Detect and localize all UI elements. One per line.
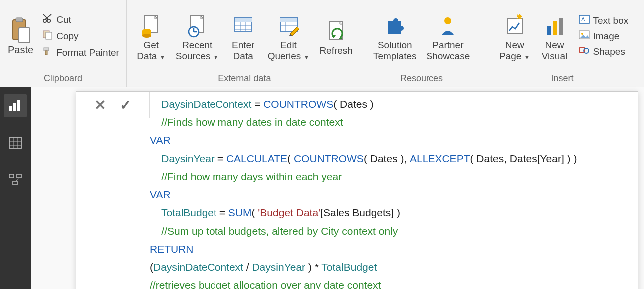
ribbon-group-resources: Solution Templates Partner Showcase Reso… [363,0,480,87]
copy-button[interactable]: Copy [40,29,121,43]
ribbon: Paste Cut Copy [0,0,644,87]
format-painter-label: Format Painter [56,47,119,58]
refresh-label: Refresh [319,45,353,56]
get-data-label: Get Data [137,40,159,61]
image-button[interactable]: Image [577,29,630,43]
ribbon-group-insert: New Page ▼ New Visual A Text box Image [480,0,644,87]
model-view-button[interactable] [4,168,27,191]
get-data-button[interactable]: Get Data ▼ [132,11,171,62]
copy-icon [42,30,53,42]
partner-showcase-label: Partner Showcase [427,40,470,62]
svg-line-58 [11,178,15,181]
svg-rect-38 [547,26,551,35]
svg-text:A: A [581,16,585,22]
edit-queries-button[interactable]: Edit Queries ▼ [263,11,315,62]
svg-rect-56 [17,174,21,178]
shapes-label: Shapes [593,46,625,57]
svg-point-32 [444,17,451,24]
chevron-down-icon: ▼ [524,54,530,61]
formula-editor[interactable]: DaysinDateContext = COUNTROWS( Dates ) /… [150,92,638,289]
enter-data-icon [231,14,255,38]
cut-label: Cut [56,14,71,25]
svg-rect-39 [553,21,557,35]
solution-templates-label: Solution Templates [373,40,417,62]
new-page-icon [503,14,527,38]
ribbon-group-external-data: Get Data ▼ Recent Sources ▼ Enter Data E… [126,0,363,87]
svg-rect-47 [9,106,12,111]
svg-rect-55 [9,174,14,178]
get-data-icon [139,14,163,38]
edit-queries-label: Edit Queries [268,40,301,61]
paintbrush-icon [42,46,53,59]
svg-point-44 [581,33,583,35]
ribbon-group-clipboard: Paste Cut Copy [0,0,126,87]
chevron-down-icon: ▼ [213,54,219,61]
chevron-down-icon: ▼ [304,54,310,61]
cut-button[interactable]: Cut [40,12,121,27]
workspace: Com ✕ ✓ DaysinDateContext = COUNTROWS( D… [0,87,644,289]
svg-point-3 [43,19,46,22]
report-view-button[interactable] [4,94,27,117]
svg-point-14 [142,34,151,38]
text-box-icon: A [579,15,590,26]
svg-point-4 [47,19,50,22]
svg-rect-49 [17,100,20,111]
svg-rect-50 [9,137,21,148]
scissors-icon [42,13,53,26]
svg-rect-10 [45,51,47,55]
table-icon [8,136,22,149]
copy-label: Copy [56,31,78,42]
shapes-button[interactable]: Shapes [577,45,630,58]
svg-rect-2 [19,28,30,43]
formula-cancel-button[interactable]: ✕ [87,97,113,113]
shapes-icon [579,46,590,57]
recent-sources-button[interactable]: Recent Sources ▼ [171,11,224,62]
text-box-label: Text box [593,15,628,26]
recent-sources-label: Recent Sources [176,40,213,61]
paste-label: Paste [8,44,33,56]
svg-rect-33 [507,19,522,34]
group-label-resources: Resources [400,70,443,86]
report-canvas[interactable]: Com ✕ ✓ DaysinDateContext = COUNTROWS( D… [31,87,644,289]
refresh-icon [324,19,348,43]
svg-rect-40 [559,18,563,35]
puzzle-icon [383,14,407,38]
svg-rect-48 [13,103,16,111]
group-label-insert: Insert [551,70,574,86]
new-visual-label: New Visual [542,40,567,62]
data-view-button[interactable] [4,131,27,154]
svg-rect-57 [13,181,17,185]
image-icon [579,30,590,42]
view-bar [0,87,31,289]
formula-bar: ✕ ✓ DaysinDateContext = COUNTROWS( Dates… [76,91,638,289]
formula-commit-button[interactable]: ✓ [113,97,138,113]
bar-chart-icon [8,99,22,112]
enter-data-label: Enter Data [232,40,254,62]
svg-line-59 [16,178,19,181]
new-visual-icon [542,14,566,38]
new-page-label: New Page [499,40,524,61]
group-label-external: External data [218,70,271,86]
paste-button[interactable]: Paste [5,16,36,56]
svg-rect-30 [280,18,297,22]
chevron-down-icon: ▼ [160,54,166,61]
edit-queries-icon [277,14,301,38]
new-page-button[interactable]: New Page ▼ [494,11,535,62]
svg-rect-1 [16,18,23,22]
enter-data-button[interactable]: Enter Data [224,11,263,62]
relationship-icon [8,173,22,186]
refresh-button[interactable]: Refresh [314,16,358,56]
svg-rect-8 [46,32,52,39]
person-icon [436,14,460,38]
format-painter-button[interactable]: Format Painter [40,45,121,60]
solution-templates-button[interactable]: Solution Templates [368,11,422,62]
new-visual-button[interactable]: New Visual [535,11,574,62]
partner-showcase-button[interactable]: Partner Showcase [422,11,475,62]
svg-rect-25 [235,18,252,22]
recent-sources-icon [185,14,209,38]
text-box-button[interactable]: A Text box [577,14,630,27]
group-label-clipboard: Clipboard [44,70,82,86]
image-label: Image [593,31,619,42]
clipboard-icon [9,18,33,42]
svg-rect-9 [44,48,49,51]
